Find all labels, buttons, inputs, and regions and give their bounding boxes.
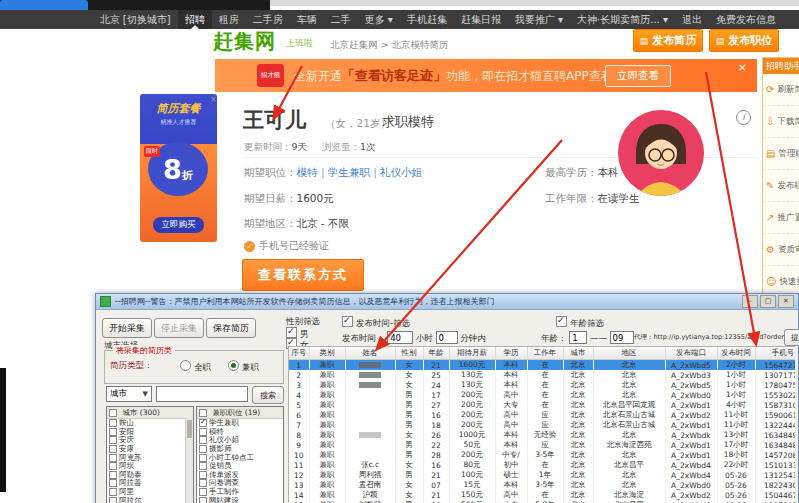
view-contact-button[interactable]: 查看联系方式 [242,259,364,291]
age-filter-checkbox[interactable] [556,316,567,327]
resume-package-ad[interactable]: 简历套餐 精准人才推荐 8 折 限时 立即购买 [140,94,217,242]
scrollbar-thumb[interactable] [187,420,192,438]
item-checkbox[interactable] [109,419,117,427]
start-collect-button[interactable]: 开始采集 [102,318,152,338]
nav-item[interactable]: 租房 [212,10,246,29]
table-row[interactable]: 12兼职周利福男21100元硕士1年北京北京A_2xWbd405-2613125… [289,470,795,480]
nav-item[interactable]: 二手房 [246,10,290,29]
helper-item[interactable]: ⟳刷新简历 [763,74,799,106]
nav-item[interactable]: 退出 [675,10,709,29]
parttime-radio-option[interactable]: 兼职 [228,360,259,374]
banner-close-icon[interactable]: × [738,61,747,74]
item-checkbox[interactable] [109,454,117,462]
city-combobox[interactable]: 城市▼ [106,386,152,402]
ad-buy-button[interactable]: 立即购买 [153,217,204,233]
fulltime-radio-option[interactable]: 全职 [180,360,211,374]
fulltime-radio[interactable] [180,360,191,371]
item-checkbox[interactable] [199,488,207,496]
item-checkbox[interactable] [199,479,207,487]
column-header[interactable]: 发布端口 [665,347,717,360]
table-row[interactable]: 3兼职女24130元本科在北京北京A_2xWbd51小时17804751 [289,380,795,390]
maximize-button[interactable]: ▢ [760,295,776,308]
item-checkbox[interactable] [109,445,117,453]
item-checkbox[interactable] [109,462,117,470]
info-icon[interactable]: i [736,110,751,125]
column-header[interactable]: 姓名 [345,347,395,360]
table-row[interactable]: 13兼职孟召南女0715元本科3-5年北京北京A_2xWbd005-261822… [289,480,795,490]
item-checkbox[interactable] [199,445,207,453]
save-resume-button[interactable]: 保存简历 [206,318,256,338]
item-checkbox[interactable] [199,471,207,479]
column-header[interactable]: 序号 [289,347,309,360]
nav-item[interactable]: 二手 [324,10,358,29]
item-checkbox[interactable] [109,436,117,444]
item-checkbox[interactable] [109,497,117,503]
table-row[interactable]: 14兼职沪颖女21150元高中在北京北京海淀A_2xWbd205-2615044… [289,490,795,500]
item-checkbox[interactable] [199,497,207,503]
ad-close-icon[interactable]: × [210,95,217,104]
keyword-input[interactable] [156,386,248,402]
stop-collect-button[interactable]: 停止采集 [154,318,204,338]
column-header[interactable]: 工作年 [527,347,563,360]
column-header[interactable]: 期待月薪 [449,347,495,360]
list-item[interactable]: 阿拉尔 [107,496,193,503]
promo-banner[interactable]: 招才猫 全新开通「查看访客足迹」功能，即在招才猫直聘APP查看 立即查看 × [215,59,757,92]
nav-item[interactable]: 手机赶集 [400,10,454,29]
nav-item[interactable]: 免费发布信息 [709,10,783,29]
hours-input[interactable] [387,331,413,344]
time-filter-toggle[interactable]: 发布时间-筛选 [342,316,410,330]
item-checkbox[interactable] [109,428,117,436]
table-row[interactable]: 11兼职张c.c女1680元初中在北京北京昌平A_2xWbd422小时15101… [289,460,795,470]
helper-item[interactable]: ▤管理职位 [763,138,799,170]
post-resume-button[interactable]: ▤ 发布简历 [633,29,703,52]
post-job-button[interactable]: ▤ 发布职位 [709,29,779,52]
job-list-header[interactable]: 兼职职位 (19) [197,407,283,419]
age-filter-toggle[interactable]: 年龄筛选 [556,316,604,330]
helper-item[interactable]: ⚙资质审核 [763,234,799,266]
close-button[interactable]: ✕ [778,295,794,308]
table-row[interactable]: 4兼职男17200元高中在北京北京A_2xWbd01小时15530224 [289,390,795,400]
proxy-fetch-button[interactable]: 提取 [784,329,799,346]
table-row[interactable]: 9兼职男2250元本科应北京北京海淀西苑A_2xWbd117小时16348488 [289,440,795,450]
item-checkbox[interactable] [199,454,207,462]
parttime-radio[interactable] [228,360,239,371]
column-header[interactable]: 学历 [495,347,527,360]
item-checkbox[interactable] [109,488,117,496]
list-item[interactable]: 网站建设 [197,496,283,503]
nav-item[interactable]: 大神·长期卖简历... ▾ [570,10,675,29]
column-header[interactable]: 地区 [593,347,665,360]
browser-tab[interactable] [0,0,88,10]
table-row[interactable]: 1兼职女211600元本科在北京北京A_2xWbd52小时15647275 [289,360,795,371]
select-all-checkbox[interactable] [199,409,207,417]
nav-item[interactable]: 北京 [切换城市] [93,10,178,29]
item-checkbox[interactable] [199,436,207,444]
nav-item[interactable]: 招聘 [178,10,212,29]
item-checkbox[interactable] [199,428,207,436]
banner-view-button[interactable]: 立即查看 [605,65,671,87]
table-row[interactable]: 10兼职男28200元中专/3-5年北京北京A_2xWbd118小时145720… [289,450,795,460]
nav-item[interactable]: 我要推广 ▾ [508,10,570,29]
column-header[interactable]: 性别 [395,347,423,360]
table-row[interactable]: 5兼职男27200元大专在北京北京昌平回龙观A_2xWbd14小时1587310… [289,400,795,410]
column-header[interactable]: 城市 [563,347,593,360]
item-checkbox[interactable] [199,462,207,470]
column-header[interactable]: 类别 [309,347,345,360]
age-min-input[interactable] [569,331,587,344]
job-listbox[interactable]: 兼职职位 (19) 学生兼职模特礼仪小姐摄影师小时工钟点工促销员传单派发问卷调查… [196,406,284,503]
table-row[interactable]: 7兼职男18200元高中应北京北京石景山古城A_2xWbd111小时132244… [289,420,795,430]
field-value[interactable]: 模特｜学生兼职｜礼仪小姐 [297,166,423,178]
city-listbox[interactable]: 城市 (300) 鞍山安阳安庆安康阿克苏阿坝阿勒泰阿拉善阿里阿拉尔澳门 [106,406,194,503]
age-max-input[interactable] [610,331,634,344]
item-checkbox[interactable] [109,471,117,479]
nav-item[interactable]: 更多 ▾ [358,10,400,29]
breadcrumb[interactable]: 北京赶集网 > 北京模特简历 [330,39,449,52]
scrollbar[interactable] [185,418,193,503]
window-titlebar[interactable]: --招聘网--警告：严禁用户利用本网站所开发软件存储倒卖简历信息，以及恶意牟利行… [96,294,798,310]
nav-item[interactable]: 车辆 [290,10,324,29]
table-row[interactable]: 8兼职女261000元本科无经验北京北京A_2xWbdk13小时16348495 [289,430,795,440]
helper-item[interactable]: ↗推广置顶 [763,202,799,234]
table-row[interactable]: 6兼职男16200元高中应北京北京石景山古城A_2xWbd211小时159006… [289,410,795,420]
minimize-button[interactable]: – [742,295,758,308]
nav-item[interactable]: 赶集日报 [454,10,508,29]
helper-item[interactable]: ✎发布职位 [763,170,799,202]
